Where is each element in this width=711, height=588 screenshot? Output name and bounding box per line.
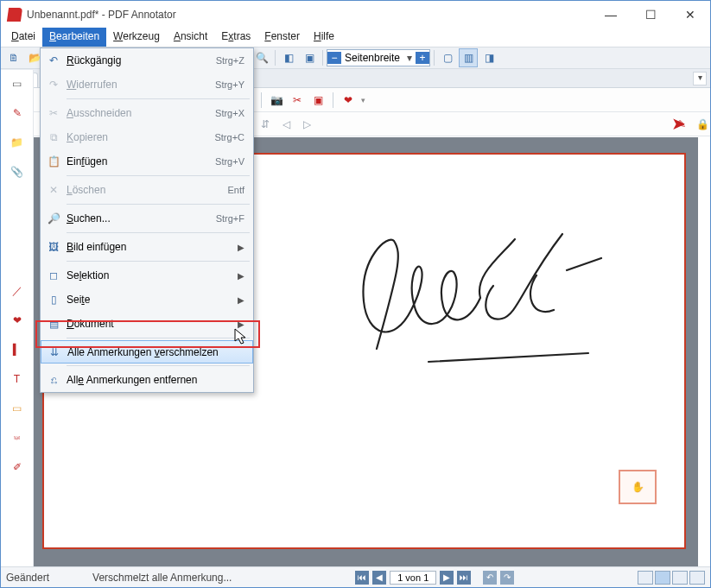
zoom-out-icon[interactable]: − xyxy=(327,52,341,64)
menuitem-label: Dokument xyxy=(67,318,236,330)
submenu-arrow-icon: ▶ xyxy=(236,319,244,329)
menuitem-icon: ⎌ xyxy=(41,374,67,386)
menuitem-icon: ⇊ xyxy=(41,346,67,358)
menu-hilfe[interactable]: Hilfe xyxy=(307,28,341,47)
rotate-r-icon[interactable]: ▷ xyxy=(299,117,314,132)
menuitem-dokument[interactable]: ▤Dokument▶ xyxy=(41,312,253,336)
snapshot-icon[interactable]: ▣ xyxy=(310,92,326,108)
menuitem-kopieren: ⧉KopierenStrg+C xyxy=(41,125,253,149)
app-icon xyxy=(7,8,22,22)
menu-fenster[interactable]: Fenster xyxy=(257,28,307,47)
status-modified: Geändert xyxy=(6,572,49,584)
menuitem-selektion[interactable]: ◻Selektion▶ xyxy=(41,263,253,288)
cursor-tool-indicator[interactable]: ➤ xyxy=(671,113,686,134)
nav-fwd-icon[interactable]: ↷ xyxy=(500,571,514,585)
rotate-l-icon[interactable]: ◁ xyxy=(278,117,294,132)
menu-werkzeug[interactable]: Werkzeug xyxy=(106,28,167,47)
menuitem-label: Löschen xyxy=(67,184,227,196)
menu-datei[interactable]: Datei xyxy=(4,28,42,47)
rail-select-icon[interactable]: ▭ xyxy=(9,75,26,92)
edit-menu-dropdown: ↶RückgängigStrg+Z↷WiderrufenStrg+Y✂Aussc… xyxy=(40,47,254,393)
view-mode-buttons xyxy=(638,571,705,585)
rail-pen2-icon[interactable]: ／ xyxy=(9,282,26,300)
menuitem-label: Einfügen xyxy=(67,155,215,168)
menuitem-icon: 🖼 xyxy=(41,241,67,253)
rail-highlight-icon[interactable]: ▍ xyxy=(9,341,26,358)
lock-icon[interactable]: 🔒 xyxy=(695,117,710,132)
menuitem-shortcut: Strg+Z xyxy=(216,55,244,66)
menuitem-label: Seite xyxy=(67,294,236,306)
maximize-button[interactable]: ☐ xyxy=(631,1,670,28)
menuitem-shortcut: Strg+Y xyxy=(215,79,244,90)
menuitem-label: Selektion xyxy=(67,269,236,281)
rail-note-icon[interactable]: ▭ xyxy=(9,400,26,417)
rail-text-icon[interactable]: T xyxy=(9,370,26,388)
handwriting-annotation[interactable]: Jack xyxy=(346,224,623,379)
page-navigator: ⏮ ◀ ▶ ⏭ ↶ ↷ xyxy=(355,571,514,585)
layout3-icon[interactable]: ◨ xyxy=(479,48,498,67)
new-icon[interactable]: 🗎 xyxy=(4,48,23,67)
submenu-arrow-icon: ▶ xyxy=(236,271,244,281)
page-number-input[interactable] xyxy=(390,571,436,585)
view-cont-icon[interactable] xyxy=(655,571,670,585)
view-single-icon[interactable] xyxy=(638,571,653,585)
status-hint: Verschmelzt alle Anmerkung... xyxy=(92,572,232,584)
menuitem-shortcut: Strg+C xyxy=(214,132,244,142)
menuitem-icon: ◻ xyxy=(41,269,67,281)
menuitem-icon: ✂ xyxy=(41,107,67,119)
rail-clip-icon[interactable]: 📎 xyxy=(9,163,26,180)
nav-next-icon[interactable]: ▶ xyxy=(440,571,454,585)
menuitem-label: Alle Anmerkungen verschmelzen xyxy=(67,346,244,358)
tab-list-dropdown-icon[interactable]: ▾ xyxy=(693,72,707,85)
hand-tool-button[interactable]: ✋ xyxy=(619,470,657,504)
menuitem-einf-gen[interactable]: 📋EinfügenStrg+V xyxy=(41,149,253,174)
nav-back-icon[interactable]: ↶ xyxy=(483,571,497,585)
menuitem-alle-anmerkungen-verschmelzen[interactable]: ⇊Alle Anmerkungen verschmelzen xyxy=(41,340,253,364)
left-toolrail: ▭ ✎ 📁 📎 ／ ❤ ▍ T ▭ ⎃ ✐ xyxy=(1,70,34,566)
menuitem-icon: ↷ xyxy=(41,79,67,91)
rail-heart-icon[interactable]: ❤ xyxy=(9,312,26,329)
flip-v-icon[interactable]: ⇵ xyxy=(257,117,273,132)
menuitem-icon: ✕ xyxy=(41,184,67,196)
layout2-icon[interactable]: ▥ xyxy=(459,48,478,67)
minimize-button[interactable]: — xyxy=(591,1,631,28)
menuitem-icon: 🔎 xyxy=(41,212,67,224)
find-icon[interactable]: 🔍 xyxy=(252,48,271,67)
menuitem-r-ckg-ngig[interactable]: ↶RückgängigStrg+Z xyxy=(41,48,253,73)
zoom-label: Seitenbreite xyxy=(341,52,403,64)
preview-icon[interactable]: ▣ xyxy=(300,48,319,67)
menu-extras[interactable]: Extras xyxy=(214,28,257,47)
favorite-icon[interactable]: ❤ xyxy=(340,92,356,108)
menuitem-icon: ⧉ xyxy=(41,131,67,143)
submenu-arrow-icon: ▶ xyxy=(236,243,244,252)
view-two-cont-icon[interactable] xyxy=(689,571,705,585)
menuitem-shortcut: Entf xyxy=(227,185,244,195)
menuitem-suchen-[interactable]: 🔎Suchen...Strg+F xyxy=(41,206,253,231)
layout1-icon[interactable]: ▢ xyxy=(438,48,457,67)
zoom-dropdown-icon[interactable]: ▾ xyxy=(403,52,416,64)
crop-icon[interactable]: ✂ xyxy=(289,92,305,108)
zoom-in-icon[interactable]: + xyxy=(416,52,429,64)
sidebar-icon[interactable]: ◧ xyxy=(279,48,298,67)
hand-icon: ✋ xyxy=(632,481,644,493)
menuitem-bild-einf-gen[interactable]: 🖼Bild einfügen▶ xyxy=(41,235,253,259)
nav-first-icon[interactable]: ⏮ xyxy=(355,571,369,585)
titlebar: Unbenannt.pdf* - PDF Annotator — ☐ ✕ xyxy=(1,1,710,28)
nav-last-icon[interactable]: ⏭ xyxy=(457,571,471,585)
rail-pen-icon[interactable]: ✎ xyxy=(9,104,26,122)
rail-folder-icon[interactable]: 📁 xyxy=(9,134,26,151)
statusbar: Geändert Verschmelzt alle Anmerkung... ⏮… xyxy=(1,566,710,587)
menuitem-icon: ▤ xyxy=(41,318,67,330)
view-two-icon[interactable] xyxy=(672,571,688,585)
camera-icon[interactable]: 📷 xyxy=(269,92,284,108)
rail-stamp-icon[interactable]: ⎃ xyxy=(9,429,26,446)
menu-ansicht[interactable]: Ansicht xyxy=(167,28,214,47)
submenu-arrow-icon: ▶ xyxy=(236,295,244,305)
menuitem-seite[interactable]: ▯Seite▶ xyxy=(41,288,253,312)
menuitem-alle-anmerkungen-entfernen[interactable]: ⎌Alle Anmerkungen entfernen xyxy=(41,368,253,392)
close-button[interactable]: ✕ xyxy=(670,1,710,28)
nav-prev-icon[interactable]: ◀ xyxy=(372,571,386,585)
menu-bearbeiten[interactable]: Bearbeiten xyxy=(42,28,106,47)
zoom-combo[interactable]: − Seitenbreite ▾ + xyxy=(327,49,430,66)
rail-eraser-icon[interactable]: ✐ xyxy=(9,458,26,476)
